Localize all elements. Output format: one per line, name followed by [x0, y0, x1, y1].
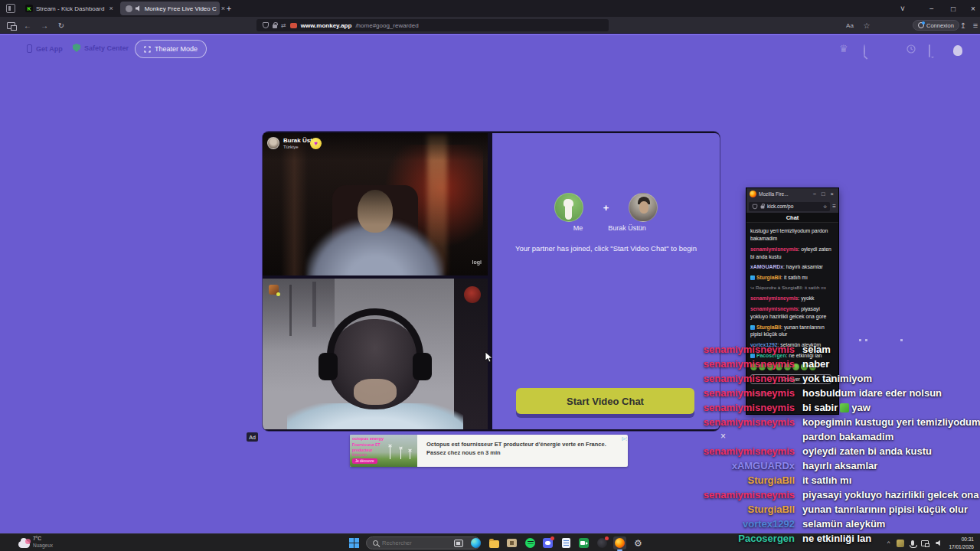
new-tab-button[interactable]: + [221, 4, 237, 13]
partner-country: Türkiye [283, 145, 299, 149]
url-bar[interactable]: kick.com/po ☆ [749, 202, 830, 211]
menu-icon[interactable]: ≡ [968, 17, 980, 34]
tab-close-icon[interactable]: × [109, 5, 113, 12]
plus-sign: + [603, 202, 609, 214]
kick-favicon: K [25, 5, 33, 12]
gift-heart-coin-icon[interactable]: ♥ [310, 138, 322, 149]
chat-header: Chat [746, 213, 838, 223]
chat-bubble-icon[interactable] [929, 45, 930, 57]
star-icon[interactable]: ☆ [823, 204, 827, 209]
red-lamp [464, 286, 481, 303]
tracking-shield-icon[interactable] [263, 22, 269, 28]
search-icon [373, 540, 378, 546]
start-button[interactable] [349, 538, 359, 548]
lock-icon [761, 206, 765, 209]
close-icon[interactable]: × [829, 191, 835, 197]
crown-icon[interactable]: ♛ [839, 43, 848, 54]
get-app-button[interactable]: Get App [27, 44, 63, 53]
monkey-favicon [126, 5, 132, 12]
person-head [358, 190, 393, 233]
media-autoplay-icon[interactable] [290, 23, 297, 28]
partner-avatar [267, 137, 279, 149]
overlay-chat-message: vortex1292selamün aleyküm [536, 518, 980, 533]
chat-message: SturgiaBll: it satlıh mı [750, 274, 835, 282]
edge-icon[interactable] [469, 536, 482, 549]
chat-messages: kustugu yeri temizliyodum pardon bakamad… [746, 223, 838, 360]
overlay-chat-message: xAMGUARDxhayırlı aksamlar [536, 460, 980, 474]
moderator-badge-icon [750, 276, 755, 280]
safety-center-label: Safety Center [84, 44, 129, 52]
menu-icon[interactable]: ≡ [832, 203, 836, 210]
window-title-bar[interactable]: Mozilla Fire... − □ × [746, 188, 838, 200]
moderator-badge-icon [750, 325, 755, 330]
forward-icon[interactable]: → [37, 17, 52, 34]
maximize-icon[interactable]: □ [820, 191, 827, 197]
briefcase-app-icon[interactable] [505, 536, 518, 549]
file-explorer-icon[interactable] [488, 536, 501, 549]
chat-message: senamiymisneymis: yyokk [750, 295, 835, 302]
headphones-band [327, 308, 423, 356]
history-clock-icon[interactable] [906, 44, 916, 56]
ad-brand: octopus energy [352, 436, 384, 441]
shield-icon [753, 204, 757, 208]
lock-icon[interactable] [273, 24, 277, 28]
chat-message: SturgiaBll: yunan tanrılarının pipisi kü… [750, 324, 835, 339]
tab-audio-icon[interactable] [136, 5, 142, 11]
sidebar-library-icon[interactable] [6, 4, 15, 13]
theater-mode-button[interactable]: Theater Mode [135, 40, 207, 58]
reload-icon[interactable]: ↻ [54, 17, 69, 34]
window-close-button[interactable]: × [963, 0, 980, 17]
firefox-view-icon[interactable] [3, 17, 18, 34]
avatars-row: + [492, 193, 720, 222]
url-bar[interactable]: ⇄ www.monkey.app /home#goog_rewarded [256, 19, 609, 31]
mouse-cursor [485, 351, 494, 367]
chat-message: senamiymisneymis: oyleydi zaten bi anda … [750, 246, 835, 261]
partner-joined-text: Your partner has joined, click "Start Vi… [492, 244, 720, 253]
window-maximize-button[interactable]: □ [943, 0, 963, 17]
tab-kick-dashboard[interactable]: K Stream - Kick Dashboard × [20, 2, 119, 15]
tab-list-chevron-icon[interactable]: ˅ [893, 0, 913, 17]
url-path: /home#goog_rewarded [355, 22, 418, 29]
spotify-icon[interactable] [524, 536, 537, 549]
cloud-icon [18, 541, 30, 548]
page-top-highlight [0, 34, 980, 35]
overlay-chat-message: SturgiaBllit satlıh mı [536, 474, 980, 489]
minimize-icon[interactable]: − [812, 191, 818, 197]
overlay-chat-message: senamiymisneymiskopegimin kustugu yeri t… [536, 416, 980, 431]
back-icon[interactable]: ← [20, 17, 35, 34]
green-emote-icon [840, 403, 849, 412]
account-signin-button[interactable]: Connexion [913, 20, 959, 31]
ad-image: octopus energy Fournisseur ET producteur… [350, 435, 417, 467]
bookmark-star-icon[interactable]: ☆ [859, 17, 874, 34]
stream-chat-overlay: senamiymisneymisselam senamiymisneymisna… [536, 344, 980, 547]
overlay-chat-message: pardon bakamadim [536, 431, 980, 445]
safety-center-button[interactable]: Safety Center [73, 44, 129, 52]
firefox-icon [750, 191, 756, 197]
permissions-icon[interactable]: ⇄ [281, 22, 286, 29]
translate-icon[interactable]: Aa [842, 17, 858, 34]
overlay-chat-message: senamiymisneymisbi sabiryaw [536, 402, 980, 416]
window-minimize-button[interactable]: − [922, 0, 942, 17]
tab-title: Stream - Kick Dashboard [36, 5, 104, 12]
account-icon [918, 22, 924, 28]
overlay-chat-message: senamiymisneymisyok tanimiyom [536, 373, 980, 387]
ad-cta-button[interactable]: Je découvre [352, 458, 377, 464]
overlay-chat-message: SturgiaBllyunan tanrılarının pipisi küçü… [536, 504, 980, 518]
overlay-chat-message: senamiymisneymishosbuldum idare eder nol… [536, 387, 980, 402]
me-avatar [554, 193, 583, 222]
wall-detail [312, 282, 316, 327]
tab-monkey[interactable]: Monkey Free Live Video C × [120, 2, 220, 15]
search-icon[interactable] [864, 45, 865, 57]
ad-badge: Ad [247, 432, 258, 442]
partner-avatar [629, 193, 658, 222]
chat-message: xAMGUARDx: hayırlı aksamlar [750, 263, 835, 271]
screen: K Stream - Kick Dashboard × Monkey Free … [0, 0, 980, 551]
expand-icon [144, 46, 151, 53]
tab-title: Monkey Free Live Video C [145, 5, 217, 12]
person-face [354, 379, 397, 405]
search-input[interactable] [382, 540, 459, 546]
task-view-icon[interactable] [452, 536, 465, 549]
weather-widget[interactable]: 7°C Nuageux [18, 536, 53, 549]
chat-message: senamiymisneymis: piyasayi yokluyo hazir… [750, 305, 835, 321]
connexion-label: Connexion [926, 22, 954, 29]
